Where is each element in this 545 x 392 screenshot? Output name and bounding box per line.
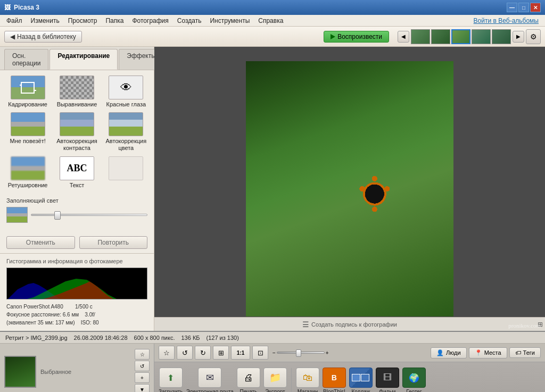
minimize-button[interactable]: — (507, 3, 517, 12)
add-to-album-button[interactable]: + (135, 372, 150, 383)
next-photo-button[interactable]: ▶ (513, 31, 524, 43)
rotate-ccw-button[interactable]: ↺ (135, 361, 150, 371)
tool-lucky-thumb (11, 112, 45, 136)
web-album-link[interactable]: Войти в Веб-альбомы (469, 16, 543, 26)
album-icon-button[interactable]: ⊞ (213, 346, 229, 360)
thumbnail-3[interactable] (451, 29, 470, 44)
crop-icon (17, 80, 38, 96)
shop-tool[interactable]: 🛍 Магазин (296, 368, 319, 392)
play-button[interactable]: Воспроизвести (324, 31, 389, 43)
places-label: Места (484, 349, 501, 356)
tool-retouch[interactable]: Ретушировние (5, 156, 50, 189)
tool-autocontrast[interactable]: Автокоррекция контраста (54, 112, 99, 152)
caption-icon: ☰ (302, 320, 309, 329)
film-tool[interactable]: 🎞 Фильм (376, 368, 399, 392)
export-icon: 📁 (263, 368, 287, 388)
menu-file[interactable]: Файл (2, 16, 27, 26)
tool-redeye[interactable]: 👁 Красные глаза (104, 76, 148, 108)
collage-tool[interactable]: Коллаж (349, 368, 373, 392)
zoom-plus-icon: + (326, 350, 329, 356)
print-icon: 🖨 (237, 368, 260, 388)
close-button[interactable]: ✕ (530, 3, 541, 12)
tool-disabled (104, 156, 148, 189)
tool-text-label: Текст (70, 182, 85, 189)
caption-label[interactable]: Создать подпись к фотографии (311, 321, 397, 328)
full-screen-button[interactable]: ⊡ (252, 346, 268, 360)
back-arrow-icon: ◀ (10, 33, 15, 40)
app-title: 🖼 Picasa 3 (4, 4, 507, 11)
toolbar: ◀ Назад в библиотеку Воспроизвести ◀ ▶ ⚙ (0, 27, 545, 47)
bottom-right-panel: ☆ ↺ ↻ ⊞ 1:1 ⊡ − + 👤 Л (154, 344, 545, 392)
blog-tool[interactable]: B BlogThis! (323, 368, 346, 392)
thumbnail-4[interactable] (472, 29, 491, 44)
histogram-chart (6, 268, 147, 299)
star-button[interactable]: ☆ (135, 349, 150, 360)
more-actions-button[interactable]: ▼ (135, 384, 150, 392)
upload-label: Загрузить (159, 389, 183, 392)
places-icon: 📍 (475, 349, 482, 356)
histogram-label: Гистограмма и информация о фотокамере (6, 258, 147, 264)
slideshow-settings-button[interactable]: ⚙ (526, 29, 541, 44)
photo-dimensions: 600 x 800 пикс. (134, 335, 175, 341)
filllight-slider[interactable] (31, 214, 147, 216)
zoom-minus-icon: − (272, 350, 276, 356)
star-icon-button[interactable]: ☆ (159, 346, 175, 360)
geotag-tool[interactable]: 🌍 Геотег (402, 368, 426, 392)
main-content: Осн. операции Редактирование Эффекты Кад… (0, 47, 545, 331)
blog-icon: B (323, 368, 346, 388)
selected-photo-thumb (4, 356, 36, 388)
zoom-slider[interactable] (277, 352, 325, 354)
tab-edit[interactable]: Редактирование (49, 49, 118, 70)
tool-autocolor-thumb (109, 112, 143, 136)
places-button[interactable]: 📍 Места (469, 347, 507, 358)
maximize-button[interactable]: □ (518, 3, 529, 12)
menu-photo[interactable]: Фотография (128, 16, 172, 26)
tool-lucky[interactable]: Мне повезёт! (5, 112, 50, 152)
menu-edit[interactable]: Изменить (27, 16, 64, 26)
upload-tool[interactable]: ⬆ Загрузить (159, 368, 183, 392)
bottom-left-panel: Выбранное ☆ ↺ + ▼ (0, 344, 154, 392)
print-label: Печать (240, 389, 258, 392)
tool-align[interactable]: Выравнивание (54, 76, 99, 108)
edit-tabs: Осн. операции Редактирование Эффекты (0, 47, 154, 70)
image-area: ☰ Создать подпись к фотографии ⊞ proniko… (154, 47, 545, 331)
thumbnail-5[interactable] (492, 29, 511, 44)
rotate-cw-icon-button[interactable]: ↻ (195, 346, 211, 360)
tools-grid: Кадрирование Выравнивание 👁 Красные глаз… (0, 70, 154, 194)
filllight-slider-thumb[interactable] (54, 211, 61, 220)
zoom-slider-thumb[interactable] (296, 349, 301, 357)
back-to-library-button[interactable]: ◀ Назад в библиотеку (4, 31, 82, 43)
redo-button[interactable]: Повторить (79, 236, 148, 249)
rotate-ccw-icon-button[interactable]: ↺ (177, 346, 193, 360)
tool-autocolor[interactable]: Автокоррекция цвета (104, 112, 148, 152)
menu-create[interactable]: Создать (173, 16, 206, 26)
blog-label: BlogThis! (323, 389, 345, 392)
people-button[interactable]: 👤 Люди (431, 347, 467, 358)
film-label: Фильм (379, 389, 395, 392)
email-tool[interactable]: ✉ Электронная почта (186, 368, 234, 392)
prev-photo-button[interactable]: ◀ (398, 31, 409, 43)
zoom-1-1-button[interactable]: 1:1 (231, 346, 250, 360)
menu-help[interactable]: Справка (254, 16, 287, 26)
thumbnail-1[interactable] (411, 29, 430, 44)
menu-view[interactable]: Просмотр (64, 16, 102, 26)
print-tool[interactable]: 🖨 Печать (237, 368, 260, 392)
photo-index: (127 из 130) (207, 335, 239, 341)
tool-text[interactable]: ABC Текст (54, 156, 99, 189)
thumbnail-2[interactable] (431, 29, 450, 44)
camera-info: Canon PowerShot A480 1/500 с Фокусное ра… (6, 303, 147, 327)
undo-button[interactable]: Отменить (6, 236, 75, 249)
play-label: Воспроизвести (337, 33, 382, 40)
tool-crop[interactable]: Кадрирование (5, 76, 50, 108)
tags-button[interactable]: 🏷 Теги (509, 347, 541, 358)
file-size: 136 КБ (181, 335, 200, 341)
filllight-preview (6, 207, 28, 223)
menu-folder[interactable]: Папка (101, 16, 128, 26)
export-label: Экспорт (265, 389, 285, 392)
tool-redeye-thumb: 👁 (109, 76, 143, 99)
export-tool[interactable]: 📁 Экспорт (263, 368, 287, 392)
people-icon: 👤 (436, 349, 444, 356)
undoredo-section: Отменить Повторить (0, 232, 154, 253)
menu-tools[interactable]: Инструменты (205, 16, 254, 26)
tab-basic[interactable]: Осн. операции (4, 49, 48, 70)
